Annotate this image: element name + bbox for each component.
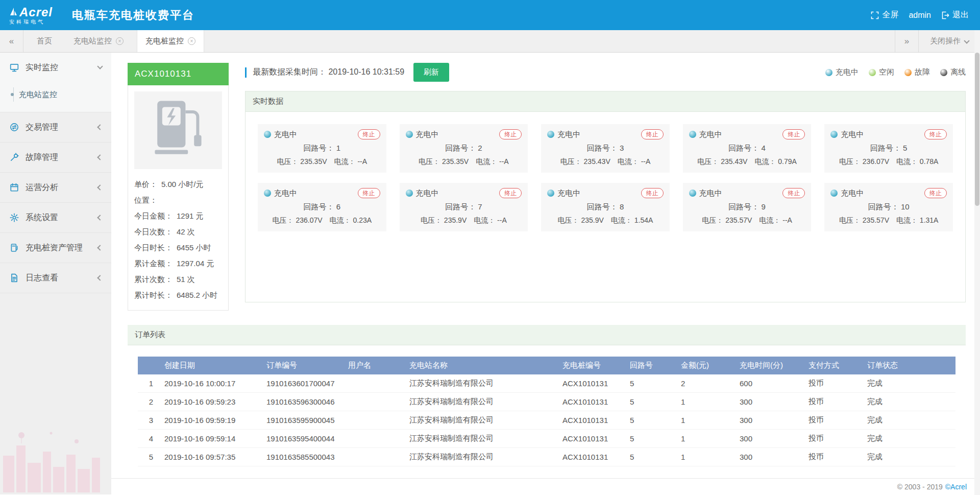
tab-pile-monitor[interactable]: 充电桩监控 ×: [137, 30, 204, 52]
tab-station-monitor[interactable]: 充电站监控 ×: [65, 30, 132, 52]
close-icon[interactable]: ×: [116, 37, 124, 45]
scrollbar-thumb[interactable]: [975, 53, 979, 206]
loop-number: 回路号： 5: [830, 144, 947, 153]
sidebar: 实时监控 充电站监控 交易管理: [0, 53, 111, 494]
loop-number: 回路号： 2: [406, 144, 522, 153]
terminate-button[interactable]: 终止: [641, 188, 664, 198]
channel-card: 充电中 终止 回路号： 1 电压： 235.35V 电流： --A: [258, 124, 386, 173]
fullscreen-button[interactable]: 全屏: [871, 10, 898, 20]
chevron-left-icon: [97, 184, 103, 190]
status-dot-icon: [406, 190, 413, 197]
logo-subtitle: 安科瑞电气: [9, 19, 53, 25]
accent-bar: [245, 67, 247, 78]
chevron-left-icon: [97, 275, 103, 280]
close-operations-dropdown[interactable]: 关闭操作: [918, 30, 980, 52]
terminate-button[interactable]: 终止: [924, 129, 947, 139]
channel-card: 充电中 终止 回路号： 10 电压： 235.57V 电流： 1.31A: [824, 183, 953, 231]
sidebar-item-logs[interactable]: 日志查看: [0, 263, 111, 293]
acrel-link[interactable]: ©Acrel: [945, 483, 967, 491]
terminate-button[interactable]: 终止: [358, 188, 380, 198]
channel-card: 充电中 终止 回路号： 9 电压： 235.57V 电流： --A: [683, 183, 812, 231]
channel-card: 充电中 终止 回路号： 8 电压： 235.9V 电流： 1.54A: [541, 183, 670, 231]
sidebar-item-analysis[interactable]: 运营分析: [0, 173, 111, 202]
close-icon[interactable]: ×: [188, 37, 195, 45]
legend-item: 离线: [940, 67, 966, 77]
col-header: 充电站名称: [405, 357, 558, 374]
sidebar-item-station-monitor[interactable]: 充电站监控: [0, 84, 111, 105]
page-title: 电瓶车充电桩收费平台: [72, 8, 194, 23]
col-header: 订单状态: [863, 357, 955, 374]
device-stats: 单价：5.00 小时/元 位置： 今日金额：1291 元 今日次数：42 次 今…: [134, 176, 222, 303]
sidebar-item-assets[interactable]: 充电桩资产管理: [0, 233, 111, 263]
logout-button[interactable]: 退出: [941, 10, 969, 20]
status-legend: 充电中 空闲 故障 离线: [825, 67, 966, 77]
voltage-current: 电压： 235.43V 电流： 0.79A: [689, 157, 805, 167]
sidebar-item-realtime-monitor[interactable]: 实时监控: [0, 53, 111, 82]
legend-item: 充电中: [825, 67, 859, 77]
active-dot-icon: [11, 93, 14, 96]
logout-icon: [941, 11, 949, 19]
loop-number: 回路号： 6: [264, 202, 380, 212]
orders-title: 订单列表: [128, 325, 966, 345]
analysis-icon: [9, 182, 19, 193]
col-header: 创建日期: [160, 357, 262, 374]
status-dot-icon: [264, 190, 271, 197]
status-dot-icon: [689, 190, 696, 197]
channel-card: 充电中 终止 回路号： 3 电压： 235.43V 电流： --A: [541, 124, 670, 173]
status-dot-icon: [406, 131, 413, 138]
orders-body: 12019-10-16 10:00:171910163601700047江苏安科…: [138, 374, 955, 466]
status-dot-icon: [825, 69, 832, 76]
loop-number: 回路号： 1: [264, 144, 380, 153]
refresh-button[interactable]: 刷新: [413, 63, 449, 82]
loop-number: 回路号： 8: [547, 202, 664, 212]
asset-icon: [9, 243, 19, 253]
device-stat-row: 今日时长：6455 小时: [134, 240, 222, 255]
chevron-left-icon: [97, 245, 103, 250]
monitor-panel: 最新数据采集时间： 2019-10-16 10:31:59 刷新 充电中 空闲 …: [245, 63, 966, 311]
sidebar-item-faults[interactable]: 故障管理: [0, 143, 111, 172]
terminate-button[interactable]: 终止: [358, 129, 380, 139]
terminate-button[interactable]: 终止: [641, 129, 664, 139]
orders-section: 订单列表 创建日期订单编号用户名充电站名称充电桩编号回路号金额(元)充电时间(分…: [128, 325, 966, 466]
legend-item: 故障: [904, 67, 930, 77]
tabs-scroll-right-icon[interactable]: »: [895, 30, 918, 52]
fullscreen-icon: [871, 11, 879, 19]
col-header: 订单编号: [262, 357, 344, 374]
sidebar-item-settings[interactable]: 系统设置: [0, 203, 111, 232]
table-row: 12019-10-16 10:00:171910163601700047江苏安科…: [138, 374, 955, 393]
terminate-button[interactable]: 终止: [499, 129, 522, 139]
status-dot-icon: [547, 190, 554, 197]
col-header: 金额(元): [677, 357, 736, 374]
table-row: 42019-10-16 09:59:141910163595400044江苏安科…: [138, 430, 955, 448]
collect-time: 最新数据采集时间： 2019-10-16 10:31:59: [253, 67, 404, 78]
terminate-button[interactable]: 终止: [782, 188, 805, 198]
acrel-logo-icon: Acrel: [9, 6, 53, 18]
terminate-button[interactable]: 终止: [924, 188, 947, 198]
col-header: 回路号: [626, 357, 677, 374]
status-dot-icon: [689, 131, 696, 138]
loop-number: 回路号： 7: [406, 202, 522, 212]
transaction-icon: [9, 122, 19, 132]
device-stat-row: 今日金额：1291 元: [134, 208, 222, 224]
terminate-button[interactable]: 终止: [499, 188, 522, 198]
status-dot-icon: [830, 131, 838, 138]
footer: © 2003 - 2019 ©Acrel: [111, 478, 980, 494]
scrollbar[interactable]: [974, 30, 980, 495]
status-dot-icon: [830, 190, 838, 197]
sidebar-item-transactions[interactable]: 交易管理: [0, 112, 111, 142]
skyline-decoration: [0, 426, 111, 494]
username[interactable]: admin: [909, 11, 931, 20]
chevron-left-icon: [97, 124, 103, 130]
terminate-button[interactable]: 终止: [782, 129, 805, 139]
table-row: 22019-10-16 09:59:231910163596300046江苏安科…: [138, 393, 955, 411]
loop-number: 回路号： 4: [689, 144, 805, 153]
status-dot-icon: [547, 131, 554, 138]
tab-home[interactable]: 首页: [29, 30, 60, 52]
tabs-scroll-left-icon[interactable]: «: [0, 30, 23, 52]
channel-card: 充电中 终止 回路号： 6 电压： 236.07V 电流： 0.23A: [258, 183, 386, 231]
loop-number: 回路号： 10: [830, 202, 947, 212]
loop-number: 回路号： 9: [689, 202, 805, 212]
status-dot-icon: [940, 69, 947, 76]
device-stat-row: 位置：: [134, 192, 222, 208]
device-stat-row: 今日次数：42 次: [134, 224, 222, 240]
